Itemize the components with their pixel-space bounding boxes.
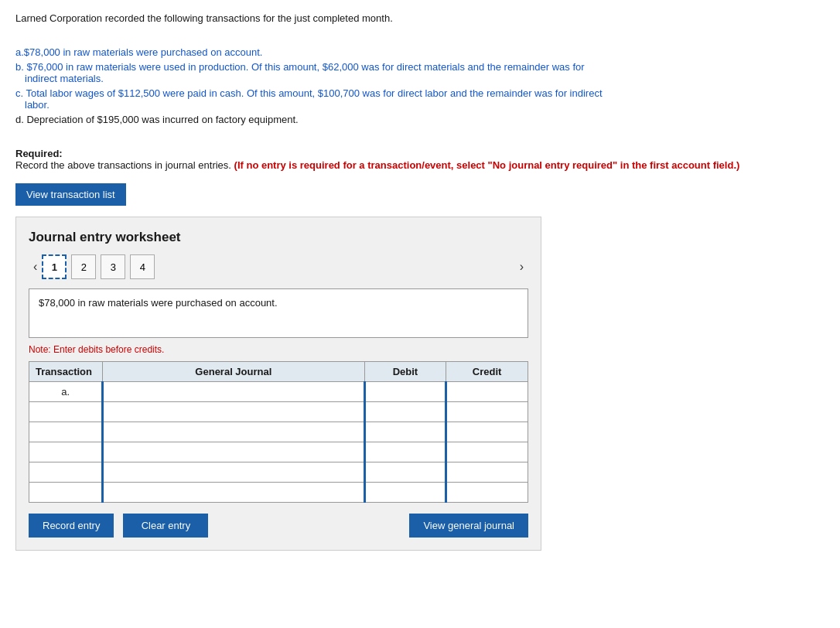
transaction-d: d. Depreciation of $195,000 was incurred… xyxy=(15,114,825,125)
tab-2[interactable]: 2 xyxy=(71,254,96,279)
worksheet-container: Journal entry worksheet ‹ 1 2 3 4 › $78,… xyxy=(15,217,541,551)
debit-field-1[interactable] xyxy=(366,382,446,401)
credit-field-2[interactable] xyxy=(447,402,528,422)
col-general-journal: General Journal xyxy=(103,362,364,382)
debit-input-1[interactable] xyxy=(364,382,446,402)
required-note: (If no entry is required for a transacti… xyxy=(234,159,740,171)
debit-field-4[interactable] xyxy=(366,442,446,462)
journal-table: Transaction General Journal Debit Credit… xyxy=(29,361,528,503)
credit-input-3[interactable] xyxy=(446,422,528,442)
col-transaction: Transaction xyxy=(29,362,103,382)
table-row: a. xyxy=(29,382,528,402)
debit-input-5[interactable] xyxy=(364,462,446,483)
col-debit: Debit xyxy=(364,362,446,382)
transaction-description: $78,000 in raw materials were purchased … xyxy=(29,288,528,338)
prev-arrow[interactable]: ‹ xyxy=(29,257,42,277)
credit-field-1[interactable] xyxy=(447,382,528,401)
credit-input-5[interactable] xyxy=(446,462,528,483)
gj-field-3[interactable] xyxy=(104,422,363,442)
debit-field-5[interactable] xyxy=(366,462,446,482)
credit-input-6[interactable] xyxy=(446,483,528,503)
required-label: Required: xyxy=(15,148,63,159)
credit-field-5[interactable] xyxy=(447,462,528,482)
view-general-journal-button[interactable]: View general journal xyxy=(409,514,528,538)
debit-input-3[interactable] xyxy=(364,422,446,442)
credit-input-2[interactable] xyxy=(446,402,528,422)
credit-input-4[interactable] xyxy=(446,442,528,462)
debit-field-3[interactable] xyxy=(366,422,446,442)
row-label-3 xyxy=(29,422,103,442)
tab-navigation: ‹ 1 2 3 4 › xyxy=(29,254,528,279)
gj-input-4[interactable] xyxy=(103,442,364,462)
worksheet-title: Journal entry worksheet xyxy=(29,230,528,245)
gj-input-3[interactable] xyxy=(103,422,364,442)
table-row xyxy=(29,462,528,483)
row-label-4 xyxy=(29,442,103,462)
gj-field-5[interactable] xyxy=(104,462,363,482)
debit-field-6[interactable] xyxy=(366,483,446,502)
action-buttons: Record entry Clear entry View general jo… xyxy=(29,514,528,538)
tab-1[interactable]: 1 xyxy=(42,254,67,279)
credit-input-1[interactable] xyxy=(446,382,528,402)
col-credit: Credit xyxy=(446,362,528,382)
next-arrow[interactable]: › xyxy=(515,257,528,277)
tab-4[interactable]: 4 xyxy=(130,254,155,279)
record-entry-button[interactable]: Record entry xyxy=(29,514,114,538)
credit-field-6[interactable] xyxy=(447,483,528,502)
view-transaction-list-button[interactable]: View transaction list xyxy=(15,183,126,206)
note-text: Note: Enter debits before credits. xyxy=(29,344,528,355)
transaction-c: c. Total labor wages of $112,500 were pa… xyxy=(15,87,825,111)
debit-input-6[interactable] xyxy=(364,483,446,503)
gj-input-6[interactable] xyxy=(103,483,364,503)
credit-field-3[interactable] xyxy=(447,422,528,442)
intro-text: Larned Corporation recorded the followin… xyxy=(15,12,825,24)
tab-3[interactable]: 3 xyxy=(101,254,125,279)
credit-field-4[interactable] xyxy=(447,442,528,462)
row-label-2 xyxy=(29,402,103,422)
table-row xyxy=(29,402,528,422)
transaction-a: a.$78,000 in raw materials were purchase… xyxy=(15,46,825,58)
gj-field-2[interactable] xyxy=(104,402,363,422)
clear-entry-button[interactable]: Clear entry xyxy=(123,514,208,538)
row-label-a: a. xyxy=(29,382,103,402)
gj-field-1[interactable] xyxy=(104,382,363,401)
gj-input-1[interactable] xyxy=(103,382,364,402)
row-label-6 xyxy=(29,483,103,503)
gj-field-4[interactable] xyxy=(104,442,363,462)
gj-input-5[interactable] xyxy=(103,462,364,483)
required-section: Required: Record the above transactions … xyxy=(15,148,825,171)
table-row xyxy=(29,422,528,442)
required-body: Record the above transactions in journal… xyxy=(15,159,231,171)
tab-buttons: 1 2 3 4 xyxy=(42,254,155,279)
transactions-list: a.$78,000 in raw materials were purchase… xyxy=(15,46,825,125)
gj-input-2[interactable] xyxy=(103,402,364,422)
row-label-5 xyxy=(29,462,103,483)
debit-field-2[interactable] xyxy=(366,402,446,422)
debit-input-4[interactable] xyxy=(364,442,446,462)
gj-field-6[interactable] xyxy=(104,483,363,502)
transaction-b: b. $76,000 in raw materials were used in… xyxy=(15,61,825,84)
table-row xyxy=(29,483,528,503)
debit-input-2[interactable] xyxy=(364,402,446,422)
table-row xyxy=(29,442,528,462)
